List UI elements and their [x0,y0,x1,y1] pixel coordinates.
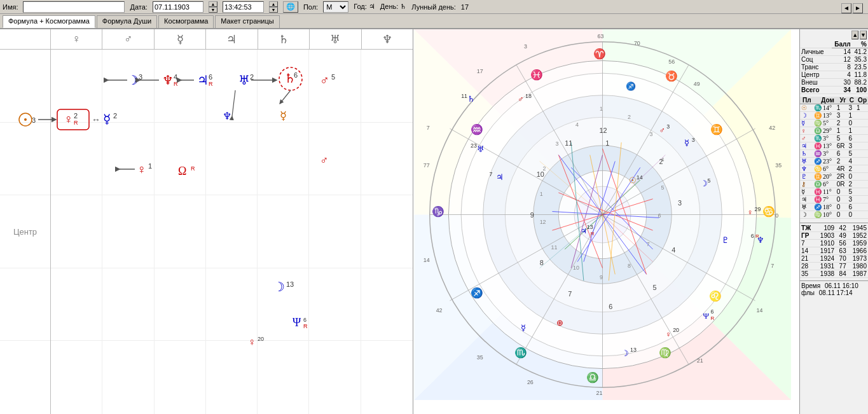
svg-point-1 [24,118,27,121]
svg-text:3: 3 [678,199,682,207]
svg-line-31 [232,90,235,116]
col-uranus: ♅ [310,29,361,49]
svg-text:3: 3 [666,123,670,130]
svg-text:11: 11 [565,139,572,147]
svg-text:3: 3 [650,131,653,137]
svg-text:63: 63 [598,33,604,39]
svg-line-30 [280,90,291,104]
svg-text:2: 2 [74,112,78,120]
tab-formula-kosmo[interactable]: Формула + Космограмма [3,15,95,28]
day-label: День: ♄ [380,3,407,11]
svg-text:♑: ♑ [432,205,444,217]
col-neptune: ♆ [362,29,413,49]
svg-text:☿: ☿ [103,112,111,126]
year28-row: 28 1931 77 1980 [800,263,868,270]
row-vnesh: Внеш 30 88.2 [800,79,868,86]
svg-text:7: 7 [427,125,430,131]
tab-page-layout[interactable]: Макет страницы [215,15,279,28]
time-input[interactable] [223,1,264,13]
planet-row-r2: ♃ ♓ 7° 0 3 [800,196,868,204]
svg-text:14: 14 [424,257,430,263]
svg-text:R: R [209,81,213,87]
col-ball: Балл [832,41,852,48]
col-mercury: ☿ [155,29,206,49]
svg-text:6: 6 [209,73,212,81]
svg-text:♀: ♀ [665,330,672,339]
time-down[interactable]: ▼ [269,7,278,13]
globe-button[interactable]: 🌐 [283,1,298,13]
svg-text:35: 35 [775,162,782,169]
nav-next[interactable]: ► [853,3,863,13]
col-mars: ♂ [102,29,154,49]
scroll-up-btn[interactable]: ▲ [851,31,858,39]
svg-text:14: 14 [757,307,763,314]
svg-text:13: 13 [286,280,294,288]
gender-select[interactable]: М Ж [323,1,348,13]
svg-text:10: 10 [573,265,579,271]
planet-row-pluto: ♇ ♊ 20° 2R 0 [800,173,868,181]
zodiac-chart-svg: 63 70 56 49 42 35 0 7 14 21 21 26 35 42 … [413,29,792,400]
svg-text:4: 4 [672,246,675,254]
svg-text:♂: ♂ [320,73,329,87]
svg-text:5: 5 [653,284,657,291]
tab-formula-soul[interactable]: Формула Души [97,15,157,28]
svg-text:49: 49 [694,81,700,87]
date-spinner[interactable]: ▲ ▼ [209,1,217,13]
svg-text:9: 9 [600,274,603,280]
planet-row-uranus: ♅ ♐ 23° 2 4 [800,158,868,165]
svg-text:3: 3 [555,141,558,147]
svg-text:14: 14 [637,174,643,181]
formula-svg: 3 ♀ 2 R ↔ ☿ 2 ☽ 3 ♆ 4 [0,50,413,414]
svg-text:R: R [191,165,195,172]
svg-text:6: 6 [609,303,612,310]
name-label: Имя: [3,3,18,11]
time-spinner[interactable]: ▲ ▼ [269,1,278,13]
svg-text:1: 1 [148,162,152,170]
svg-text:♃: ♃ [581,227,587,235]
svg-text:56: 56 [668,59,675,65]
svg-text:5: 5 [708,177,711,184]
svg-text:70: 70 [634,40,640,46]
tab-kosmo[interactable]: Космограмма [158,15,214,28]
svg-text:♆: ♆ [223,111,231,121]
svg-text:2: 2 [113,112,117,120]
gr-row: ГР 1903 49 1952 [800,232,868,240]
nav-prev[interactable]: ◄ [841,3,851,13]
svg-text:Ω: Ω [178,165,186,177]
planet-row-r3: ♅ ♐ 18° 0 6 [800,204,868,211]
svg-text:6
        R: 6 R [751,233,759,239]
date-up[interactable]: ▲ [209,1,217,7]
gender-label: Пол: [303,3,318,11]
svg-text:18: 18 [525,93,532,99]
fls-row: флы 08.11 17:14 [801,289,867,296]
svg-text:♂: ♂ [320,154,329,167]
svg-text:3: 3 [139,73,142,81]
svg-text:♇: ♇ [722,236,729,245]
svg-text:3: 3 [524,43,527,50]
tj-row: ТЖ 109 42 1945 [800,224,868,232]
svg-text:↔: ↔ [92,114,100,125]
svg-text:17: 17 [477,68,483,74]
svg-text:♎: ♎ [586,371,599,383]
svg-text:21: 21 [596,390,603,396]
svg-text:8: 8 [628,263,631,269]
svg-text:♀: ♀ [64,112,73,126]
time-row: Время 06.11 16:10 [801,282,867,289]
svg-text:☽: ☽ [700,179,708,188]
svg-text:Ψ: Ψ [293,316,301,329]
svg-text:7: 7 [647,241,650,247]
date-input[interactable] [153,1,203,13]
svg-text:12: 12 [540,219,546,225]
svg-text:☿: ☿ [521,324,526,333]
col-percent: % [852,41,868,48]
scroll-down-btn[interactable]: ▼ [860,31,867,39]
date-down[interactable]: ▼ [209,7,217,13]
svg-text:2: 2 [628,114,631,120]
row-lichnye: Личные 14 41.2 [800,48,868,56]
planet-row-sun: ☉ ♏ 14° 1 3 1 [800,104,868,112]
svg-text:R: R [174,81,178,87]
name-input[interactable] [23,1,125,13]
time-up[interactable]: ▲ [269,1,278,7]
svg-text:12: 12 [600,127,607,134]
planet-row-neptune: ♆ ♋ 6° 4R 2 [800,165,868,173]
